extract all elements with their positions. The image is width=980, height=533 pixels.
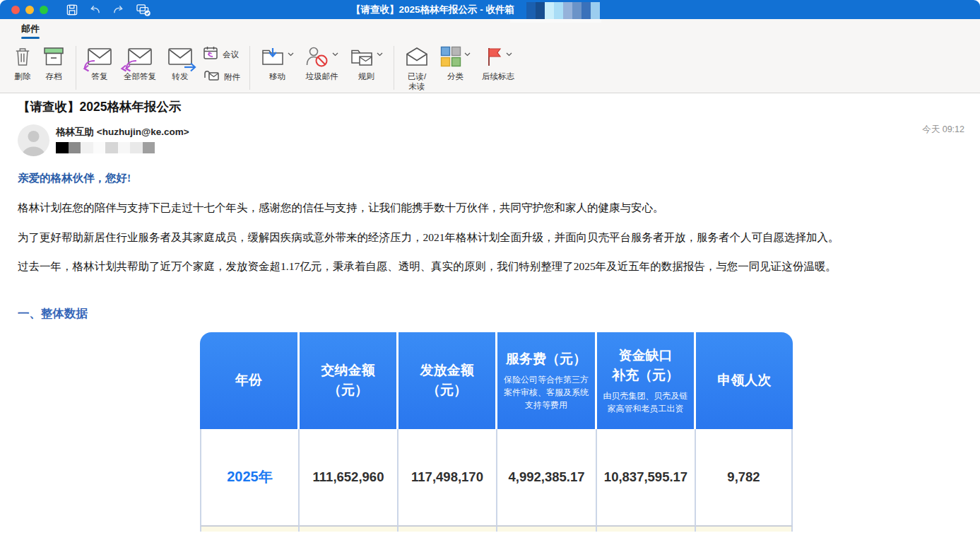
titlebar: 【请查收】2025格林年报公示 - 收件箱 — [0, 0, 980, 19]
reply-all-icon — [127, 45, 153, 68]
junk-button[interactable]: 垃圾邮件 — [300, 45, 344, 81]
message-header: 格林互助 <huzhujin@ke.com> — [18, 124, 980, 156]
categories-icon — [440, 45, 461, 68]
move-button[interactable]: 移动 — [255, 45, 300, 81]
flag-icon — [485, 45, 503, 68]
redo-icon[interactable] — [112, 4, 124, 15]
cell-service-fee: 4,992,385.17 — [497, 429, 597, 527]
folder-move-icon — [261, 45, 285, 68]
email-greeting: 亲爱的格林伙伴，您好! — [18, 170, 980, 186]
archive-button[interactable]: 存档 — [37, 45, 71, 81]
fullscreen-button[interactable] — [40, 6, 48, 14]
titlebar-redaction-tail — [510, 19, 601, 23]
cell-gap-funding: 10,837,595.17 — [597, 429, 696, 527]
section-heading-overall-data: 一、整体数据 — [18, 307, 980, 321]
chevron-down-icon — [288, 52, 294, 57]
forward-button[interactable]: 转发 — [162, 45, 199, 81]
junk-person-icon — [305, 45, 329, 68]
email-paragraph: 格林计划在您的陪伴与支持下已走过十七个年头，感谢您的信任与支持，让我们能携手数十… — [18, 200, 980, 216]
toolbar-divider — [394, 46, 394, 90]
annual-data-table: 年份 交纳金额 （元） 发放金额 （元） 服务费（元） 保险公司等合 — [200, 332, 793, 532]
chevron-down-icon — [464, 52, 471, 57]
close-button[interactable] — [11, 6, 20, 14]
recipient-redaction — [56, 142, 189, 153]
undo-icon[interactable] — [89, 4, 101, 15]
sender-name-address: 格林互助 <huzhujin@ke.com> — [56, 126, 189, 139]
read-unread-button[interactable]: 已读/ 未读 — [399, 45, 435, 92]
rules-button[interactable]: 规则 — [344, 45, 389, 81]
calendar-meeting-icon — [203, 45, 218, 64]
column-header-gap-funding: 资金缺口 补充（元） 由贝壳集团、贝壳及链家高管和老员工出资 — [597, 332, 696, 429]
meeting-button[interactable]: 会议 — [203, 45, 240, 64]
reply-all-button[interactable]: 全部答复 — [118, 45, 162, 81]
column-header-granted-amount: 发放金额 （元） — [399, 332, 497, 429]
forward-icon — [167, 45, 193, 68]
email-reading-pane: 【请查收】2025格林年报公示 格林互助 <huzhujin@ke.com> 今… — [0, 93, 980, 532]
toolbar-divider — [76, 46, 76, 90]
cell-paid-amount: 111,652,960 — [300, 429, 399, 527]
categorize-button[interactable]: 分类 — [435, 45, 476, 81]
rules-folder-icon — [350, 45, 374, 68]
tab-mail[interactable]: 邮件 — [21, 23, 40, 40]
toolbar-divider — [249, 46, 250, 90]
archive-icon — [42, 45, 65, 68]
table-row-2025: 2025年 111,652,960 117,498,170 4,992,385.… — [200, 429, 793, 527]
minimize-button[interactable] — [25, 6, 34, 14]
column-header-paid-amount: 交纳金额 （元） — [300, 332, 399, 429]
cell-granted-amount: 117,498,170 — [399, 429, 497, 527]
column-header-service-fee: 服务费（元） 保险公司等合作第三方案件审核、客服及系统支持等费用 — [497, 332, 597, 429]
titlebar-redaction — [526, 2, 600, 19]
reply-icon — [87, 45, 112, 68]
sender-avatar — [18, 124, 49, 156]
chevron-down-icon — [506, 52, 512, 57]
mail-app-window: 【请查收】2025格林年报公示 - 收件箱 邮件 删除 — [0, 0, 980, 533]
table-next-row-partial — [200, 527, 793, 532]
reply-button[interactable]: 答复 — [81, 45, 118, 81]
cell-year: 2025年 — [200, 429, 300, 527]
trash-icon — [14, 45, 31, 68]
email-timestamp: 今天 09:12 — [922, 124, 964, 136]
follow-up-button[interactable]: 后续标志 — [476, 45, 520, 81]
window-controls — [11, 6, 48, 14]
chevron-down-icon — [332, 52, 338, 57]
email-paragraph: 为了更好帮助新居住行业服务者及其家庭成员，缓解因疾病或意外带来的经济压力，202… — [18, 230, 980, 245]
column-header-year: 年份 — [200, 332, 300, 429]
window-title: 【请查收】2025格林年报公示 - 收件箱 — [351, 0, 514, 19]
paperclip-envelope-icon — [203, 69, 220, 85]
table-header-row: 年份 交纳金额 （元） 发放金额 （元） 服务费（元） 保险公司等合 — [200, 332, 793, 429]
save-icon[interactable] — [66, 4, 78, 16]
ribbon-toolbar: 删除 存档 答复 — [0, 40, 980, 93]
open-envelope-icon — [405, 45, 429, 68]
ribbon-tab-bar: 邮件 — [0, 19, 980, 40]
attachment-button[interactable]: 附件 — [203, 68, 240, 86]
cell-claims: 9,782 — [696, 429, 793, 527]
send-receive-icon[interactable] — [136, 4, 150, 16]
email-paragraph: 过去一年，格林计划共帮助了近万个家庭，发放资金超1.17亿元，秉承着自愿、透明、… — [18, 259, 980, 274]
chevron-down-icon — [377, 52, 383, 57]
email-subject: 【请查收】2025格林年报公示 — [18, 98, 980, 115]
column-header-claims: 申领人次 — [696, 332, 793, 429]
delete-button[interactable]: 删除 — [8, 45, 37, 81]
